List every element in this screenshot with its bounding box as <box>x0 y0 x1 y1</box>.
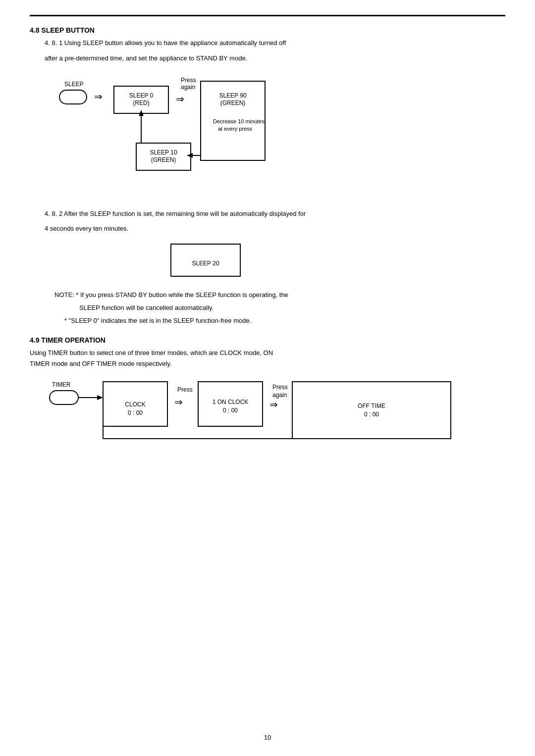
sleep-para2-line2: 4 seconds every ten minutes. <box>45 224 505 234</box>
svg-text:CLOCK: CLOCK <box>125 401 145 408</box>
svg-text:SLEEP 10: SLEEP 10 <box>150 149 177 156</box>
sleep-para2-line1: 4. 8. 2 After the SLEEP function is set,… <box>45 209 505 219</box>
svg-text:⇒: ⇒ <box>94 91 103 102</box>
svg-text:Decrease 10 minutes: Decrease 10 minutes <box>213 118 265 124</box>
timer-desc-line1: Using TIMER button to select one of thre… <box>30 348 505 358</box>
svg-text:SLEEP 90: SLEEP 90 <box>219 92 246 99</box>
sleep20-svg: SLEEP 20 <box>168 242 248 281</box>
svg-text:SLEEP: SLEEP <box>64 81 84 88</box>
timer-flow-diagram: TIMER CLOCK 0 : 00 Press ⇒ 1 ON CLOCK 0 … <box>45 374 505 448</box>
sleep-para1-line2: after a pre-determined time, and set the… <box>45 53 505 64</box>
timer-desc-line2: TIMER mode and OFF TIMER mode respective… <box>30 359 505 369</box>
note3: * "SLEEP 0" indicates the set is in the … <box>64 316 505 326</box>
svg-text:OFF TIME: OFF TIME <box>358 403 385 409</box>
svg-text:⇒: ⇒ <box>174 397 183 407</box>
svg-text:(RED): (RED) <box>133 100 149 106</box>
svg-text:1 ON CLOCK: 1 ON CLOCK <box>213 399 249 405</box>
sleep-diagram-svg: SLEEP ⇒ SLEEP 0 (RED) Press again ⇒ SLEE… <box>50 71 396 200</box>
svg-text:0 : 00: 0 : 00 <box>223 407 238 414</box>
svg-text:SLEEP 20: SLEEP 20 <box>192 260 219 267</box>
sleep-para1-line1: 4. 8. 1 Using SLEEP button allows you to… <box>45 38 505 49</box>
svg-marker-26 <box>97 395 103 400</box>
svg-text:⇒: ⇒ <box>176 94 184 104</box>
svg-text:(GREEN): (GREEN) <box>220 100 246 106</box>
svg-text:again: again <box>272 392 287 399</box>
timer-section: 4.9 TIMER OPERATION Using TIMER button t… <box>30 336 505 448</box>
svg-text:⇒: ⇒ <box>269 399 278 410</box>
page-number: 10 <box>0 734 535 741</box>
sleep-flow-diagram: SLEEP ⇒ SLEEP 0 (RED) Press again ⇒ SLEE… <box>50 71 505 202</box>
sleep20-diagram: SLEEP 20 <box>168 242 505 283</box>
svg-text:Press: Press <box>272 384 288 391</box>
svg-rect-38 <box>292 382 451 439</box>
svg-text:SLEEP 0: SLEEP 0 <box>129 92 154 99</box>
sleep-section: 4.8 SLEEP BUTTON 4. 8. 1 Using SLEEP but… <box>30 26 505 326</box>
top-border <box>30 15 505 16</box>
svg-rect-1 <box>59 90 87 104</box>
note2: SLEEP function will be cancelled automat… <box>79 303 505 313</box>
svg-text:at every press: at every press <box>218 126 253 132</box>
svg-text:Press: Press <box>177 386 193 393</box>
svg-text:0 : 00: 0 : 00 <box>364 411 379 418</box>
svg-text:0 : 00: 0 : 00 <box>128 409 143 416</box>
svg-text:(GREEN): (GREEN) <box>151 156 176 163</box>
svg-rect-24 <box>50 391 78 404</box>
svg-marker-20 <box>187 153 193 158</box>
timer-section-title: 4.9 TIMER OPERATION <box>30 336 505 344</box>
svg-text:Press: Press <box>181 77 196 84</box>
timer-diagram-svg: TIMER CLOCK 0 : 00 Press ⇒ 1 ON CLOCK 0 … <box>45 374 466 446</box>
sleep-section-title: 4.8 SLEEP BUTTON <box>30 26 505 34</box>
svg-text:TIMER: TIMER <box>52 381 71 388</box>
svg-text:again: again <box>181 84 195 91</box>
note1: NOTE: * If you press STAND BY button whi… <box>54 290 505 301</box>
